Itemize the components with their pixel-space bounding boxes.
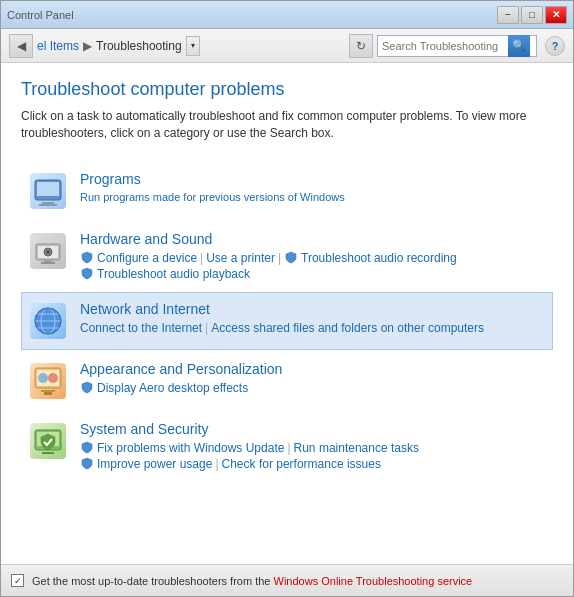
page-title: Troubleshoot computer problems — [21, 79, 553, 100]
search-button[interactable]: 🔍 — [508, 35, 530, 57]
appearance-links: Display Aero desktop effects — [80, 381, 546, 395]
breadcrumb-dropdown[interactable]: ▾ — [186, 36, 200, 56]
shield-icon-power — [80, 457, 94, 471]
hardware-link-audio-play: Troubleshoot audio playback — [80, 267, 250, 281]
hardware-links-row1: Configure a device | Use a printer | Tro… — [80, 251, 546, 265]
programs-content: Programs Run programs made for previous … — [80, 171, 546, 203]
sec-sep1: | — [287, 441, 290, 455]
security-update-link[interactable]: Fix problems with Windows Update — [97, 441, 284, 455]
security-links-row1: Fix problems with Windows Update | Run m… — [80, 441, 546, 455]
appearance-icon — [30, 363, 66, 399]
content-area: Troubleshoot computer problems Click on … — [1, 63, 573, 564]
status-text: Get the most up-to-date troubleshooters … — [32, 575, 472, 587]
hardware-content: Hardware and Sound Configure a device | … — [80, 231, 546, 281]
programs-icon — [30, 173, 66, 209]
shield-icon-audio-play — [80, 267, 94, 281]
close-button[interactable]: ✕ — [545, 6, 567, 24]
security-icon-container — [28, 421, 68, 461]
security-link-power: Improve power usage — [80, 457, 212, 471]
breadcrumb: el Items ▶ Troubleshooting ▾ — [37, 36, 345, 56]
programs-links: Run programs made for previous versions … — [80, 191, 546, 203]
window-title: Control Panel — [7, 9, 74, 21]
online-service-link[interactable]: Windows Online Troubleshooting service — [274, 575, 473, 587]
sec-sep2: | — [215, 457, 218, 471]
hardware-icon — [30, 233, 66, 269]
programs-subtitle-link[interactable]: Run programs made for previous versions … — [80, 191, 345, 203]
svg-rect-20 — [41, 390, 55, 392]
svg-point-19 — [48, 373, 58, 383]
hardware-title[interactable]: Hardware and Sound — [80, 231, 546, 247]
toolbar: ◀ el Items ▶ Troubleshooting ▾ ↻ 🔍 ? — [1, 29, 573, 63]
breadcrumb-separator: ▶ — [83, 39, 92, 53]
network-content: Network and Internet Connect to the Inte… — [80, 301, 546, 335]
appearance-aero-link[interactable]: Display Aero desktop effects — [97, 381, 248, 395]
sep1: | — [200, 251, 203, 265]
hardware-link-audio-rec: Troubleshoot audio recording — [284, 251, 457, 265]
sep2: | — [278, 251, 281, 265]
breadcrumb-item-troubleshooting: Troubleshooting — [96, 39, 182, 53]
security-icon — [30, 423, 66, 459]
main-window: Control Panel − □ ✕ ◀ el Items ▶ Trouble… — [0, 0, 574, 597]
security-maintenance-link[interactable]: Run maintenance tasks — [294, 441, 419, 455]
breadcrumb-item-allelements[interactable]: el Items — [37, 39, 79, 53]
programs-icon-container — [28, 171, 68, 211]
shield-icon-aero — [80, 381, 94, 395]
hardware-audio-play-link[interactable]: Troubleshoot audio playback — [97, 267, 250, 281]
svg-rect-9 — [41, 262, 55, 264]
svg-rect-24 — [42, 452, 54, 454]
refresh-button[interactable]: ↻ — [349, 34, 373, 58]
security-link-update: Fix problems with Windows Update — [80, 441, 284, 455]
security-power-link[interactable]: Improve power usage — [97, 457, 212, 471]
search-box: 🔍 — [377, 35, 537, 57]
security-links-row2: Improve power usage | Check for performa… — [80, 457, 546, 471]
category-network[interactable]: Network and Internet Connect to the Inte… — [21, 292, 553, 350]
svg-rect-2 — [42, 202, 54, 204]
help-button[interactable]: ? — [545, 36, 565, 56]
category-programs[interactable]: Programs Run programs made for previous … — [21, 162, 553, 220]
hardware-link-configure: Configure a device — [80, 251, 197, 265]
minimize-button[interactable]: − — [497, 6, 519, 24]
category-appearance[interactable]: Appearance and Personalization Display A… — [21, 352, 553, 410]
shield-icon-configure — [80, 251, 94, 265]
window-controls: − □ ✕ — [497, 6, 567, 24]
svg-rect-1 — [37, 182, 59, 196]
security-content: System and Security Fix problems with Wi… — [80, 421, 546, 471]
net-sep: | — [205, 321, 208, 335]
network-connect-link[interactable]: Connect to the Internet — [80, 321, 202, 335]
network-icon — [30, 303, 66, 339]
shield-icon-audio-rec — [284, 251, 298, 265]
shield-icon-update — [80, 441, 94, 455]
appearance-icon-container — [28, 361, 68, 401]
category-hardware[interactable]: Hardware and Sound Configure a device | … — [21, 222, 553, 290]
svg-point-18 — [38, 373, 48, 383]
search-input[interactable] — [378, 40, 508, 52]
network-title[interactable]: Network and Internet — [80, 301, 546, 317]
hardware-links-row2: Troubleshoot audio playback — [80, 267, 546, 281]
svg-rect-3 — [39, 204, 57, 206]
appearance-link-aero: Display Aero desktop effects — [80, 381, 248, 395]
network-icon-container — [28, 301, 68, 341]
maximize-button[interactable]: □ — [521, 6, 543, 24]
programs-title[interactable]: Programs — [80, 171, 546, 187]
title-bar: Control Panel − □ ✕ — [1, 1, 573, 29]
status-bar: ✓ Get the most up-to-date troubleshooter… — [1, 564, 573, 596]
svg-point-7 — [47, 250, 50, 253]
security-performance-link[interactable]: Check for performance issues — [222, 457, 381, 471]
page-description: Click on a task to automatically trouble… — [21, 108, 553, 142]
status-text-before: Get the most up-to-date troubleshooters … — [32, 575, 270, 587]
security-title[interactable]: System and Security — [80, 421, 546, 437]
category-security[interactable]: System and Security Fix problems with Wi… — [21, 412, 553, 480]
hardware-printer-link[interactable]: Use a printer — [206, 251, 275, 265]
svg-rect-8 — [44, 260, 52, 262]
network-shared-link[interactable]: Access shared files and folders on other… — [211, 321, 484, 335]
back-button[interactable]: ◀ — [9, 34, 33, 58]
appearance-title[interactable]: Appearance and Personalization — [80, 361, 546, 377]
network-links: Connect to the Internet | Access shared … — [80, 321, 546, 335]
hardware-configure-link[interactable]: Configure a device — [97, 251, 197, 265]
online-checkbox[interactable]: ✓ — [11, 574, 24, 587]
appearance-content: Appearance and Personalization Display A… — [80, 361, 546, 395]
hardware-icon-container — [28, 231, 68, 271]
svg-rect-21 — [44, 392, 52, 395]
checkbox-check: ✓ — [14, 576, 22, 586]
hardware-audio-rec-link[interactable]: Troubleshoot audio recording — [301, 251, 457, 265]
